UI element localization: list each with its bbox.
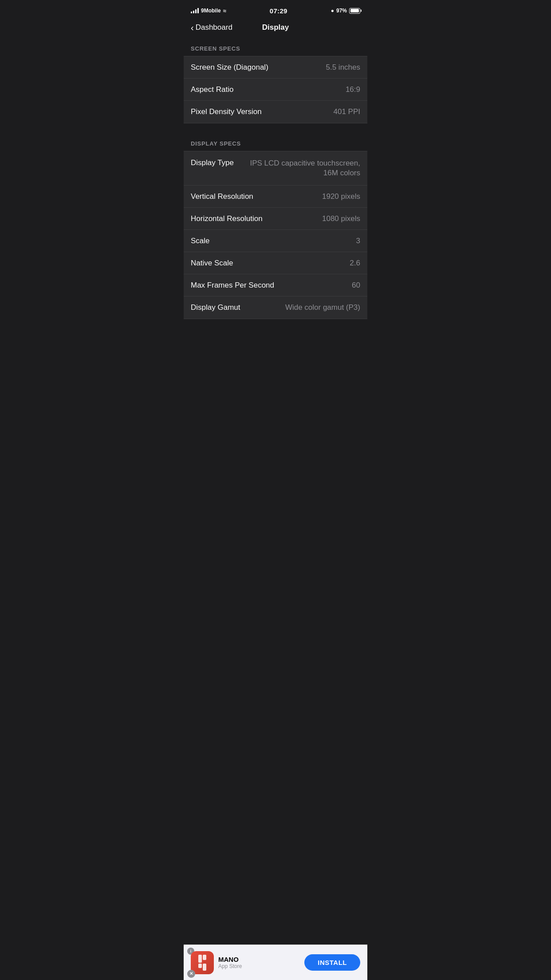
status-time: 07:29 [270,7,287,15]
gap-section [184,123,367,132]
table-row: Horizontal Resolution 1080 pixels [184,208,367,230]
max-fps-label: Max Frames Per Second [191,281,274,290]
screen-specs-label: SCREEN SPECS [191,45,240,52]
signal-bar-2 [193,11,194,13]
screen-size-value: 5.5 inches [276,63,360,72]
scale-label: Scale [191,237,210,245]
display-specs-section-header: DISPLAY SPECS [184,132,367,151]
screen-specs-section-header: SCREEN SPECS [184,37,367,56]
battery-icon [349,8,360,14]
wifi-icon: ≈ [223,8,226,14]
page-title: Display [262,23,289,32]
signal-bar-3 [195,9,197,13]
horizontal-res-value: 1080 pixels [270,214,360,223]
table-row: Display Type IPS LCD capacitive touchscr… [184,151,367,186]
status-right: ● 97% [331,8,360,14]
content-area: SCREEN SPECS Screen Size (Diagonal) 5.5 … [184,37,367,364]
native-scale-label: Native Scale [191,259,233,268]
table-row: Screen Size (Diagonal) 5.5 inches [184,56,367,79]
lock-icon: ● [331,8,334,14]
aspect-ratio-value: 16:9 [240,85,360,94]
table-row: Vertical Resolution 1920 pixels [184,186,367,208]
vertical-res-label: Vertical Resolution [191,192,253,201]
pixel-density-value: 401 PPI [269,107,360,116]
screen-specs-table: Screen Size (Diagonal) 5.5 inches Aspect… [184,56,367,123]
status-bar: 9Mobile ≈ 07:29 ● 97% [184,0,367,20]
display-type-value: IPS LCD capacitive touchscreen, 16M colo… [241,158,360,178]
battery-percent: 97% [336,8,347,14]
carrier-name: 9Mobile [201,8,221,14]
max-fps-value: 60 [281,281,360,290]
table-row: Display Gamut Wide color gamut (P3) [184,296,367,319]
table-row: Native Scale 2.6 [184,252,367,274]
display-gamut-label: Display Gamut [191,303,240,312]
back-chevron-icon: ‹ [191,23,194,33]
display-specs-label: DISPLAY SPECS [191,140,241,147]
nav-header: ‹ Dashboard Display [184,20,367,37]
signal-bars-icon [191,8,199,13]
aspect-ratio-label: Aspect Ratio [191,85,233,94]
table-row: Scale 3 [184,230,367,252]
signal-bar-1 [191,12,192,13]
table-row: Pixel Density Version 401 PPI [184,101,367,123]
back-label: Dashboard [196,23,232,32]
display-type-label: Display Type [191,158,234,167]
display-gamut-value: Wide color gamut (P3) [247,303,360,312]
table-row: Max Frames Per Second 60 [184,274,367,296]
signal-bar-4 [197,8,199,13]
display-specs-table: Display Type IPS LCD capacitive touchscr… [184,151,367,319]
table-row: Aspect Ratio 16:9 [184,79,367,101]
back-button[interactable]: ‹ Dashboard [191,23,232,33]
native-scale-value: 2.6 [240,259,360,268]
scale-value: 3 [217,237,360,245]
status-left: 9Mobile ≈ [191,8,226,14]
horizontal-res-label: Horizontal Resolution [191,214,263,223]
vertical-res-value: 1920 pixels [260,192,360,201]
screen-size-label: Screen Size (Diagonal) [191,63,268,72]
pixel-density-label: Pixel Density Version [191,107,262,116]
